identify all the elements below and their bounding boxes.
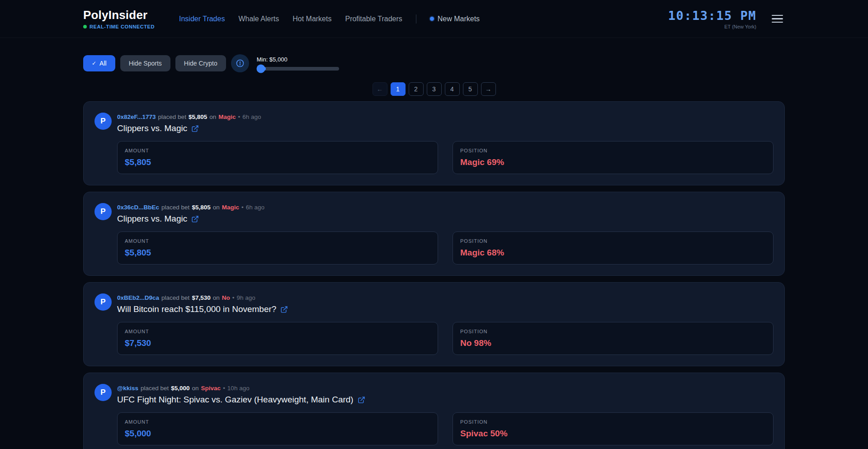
amount-value: $7,530: [125, 338, 430, 348]
avatar: P: [94, 293, 112, 311]
amount-label: AMOUNT: [125, 238, 430, 244]
on-text: on: [213, 204, 220, 211]
app-header: PolyInsider REAL-TIME CONNECTED Insider …: [0, 0, 868, 38]
info-button[interactable]: [231, 54, 249, 72]
trader-link[interactable]: 0x36cD...BbEc: [117, 204, 159, 211]
position-label: POSITION: [460, 148, 766, 153]
trade-card: P 0xBEb2...D9ca placed bet $7,530 on No …: [83, 282, 785, 366]
position-box: POSITION Spivac 50%: [453, 412, 774, 445]
trade-meta: @kkiss placed bet $5,000 on Spivac • 10h…: [117, 384, 365, 392]
outcome-text: Spivac: [201, 385, 221, 392]
action-text: placed bet: [158, 113, 186, 120]
amount-box: AMOUNT $5,000: [117, 412, 438, 445]
avatar: P: [94, 203, 112, 220]
main-content: ✓ All Hide Sports Hide Crypto Min: $5,00…: [83, 54, 785, 449]
trade-list: P 0x82eF...1773 placed bet $5,805 on Mag…: [83, 101, 785, 449]
main-nav: Insider Trades Whale Alerts Hot Markets …: [179, 14, 480, 24]
trade-meta: 0x36cD...BbEc placed bet $5,805 on Magic…: [117, 203, 264, 211]
trader-link[interactable]: 0xBEb2...D9ca: [117, 294, 159, 301]
meta-separator: •: [238, 113, 240, 120]
amount-box: AMOUNT $7,530: [117, 322, 438, 355]
outcome-text: Magic: [218, 113, 236, 120]
nav-hot-markets[interactable]: Hot Markets: [292, 15, 331, 23]
filter-hide-sports-button[interactable]: Hide Sports: [120, 55, 170, 71]
external-link-icon[interactable]: [191, 125, 199, 132]
amount-box: AMOUNT $5,805: [117, 232, 438, 265]
status-dot-icon: [83, 25, 87, 28]
trade-meta: 0x82eF...1773 placed bet $5,805 on Magic…: [117, 113, 261, 120]
min-amount-label: Min: $5,000: [257, 56, 339, 63]
trade-time: 6h ago: [246, 204, 264, 211]
info-icon: [236, 59, 245, 68]
position-value: No 98%: [460, 338, 766, 348]
amount-value: $5,805: [125, 248, 430, 258]
external-link-icon[interactable]: [280, 306, 288, 313]
amount-box: AMOUNT $5,805: [117, 141, 438, 174]
trade-time: 10h ago: [227, 385, 250, 392]
trade-time: 6h ago: [242, 113, 261, 120]
amount-value: $5,805: [125, 157, 430, 167]
external-link-icon[interactable]: [358, 396, 365, 404]
position-box: POSITION Magic 69%: [453, 141, 774, 174]
amount-value: $5,000: [125, 429, 430, 439]
on-text: on: [192, 385, 199, 392]
position-value: Magic 68%: [460, 248, 766, 258]
action-text: placed bet: [161, 204, 189, 211]
min-amount-slider[interactable]: [257, 67, 339, 71]
bet-amount: $5,805: [189, 113, 207, 120]
status-label: REAL-TIME CONNECTED: [90, 24, 155, 29]
position-label: POSITION: [460, 329, 766, 334]
bet-amount: $5,805: [192, 204, 210, 211]
amount-label: AMOUNT: [125, 148, 430, 153]
nav-divider: [416, 14, 416, 24]
meta-separator: •: [223, 385, 225, 392]
market-title: UFC Fight Night: Spivac vs. Gaziev (Heav…: [117, 395, 354, 405]
min-amount-filter: Min: $5,000: [257, 56, 339, 71]
trade-time: 9h ago: [236, 294, 255, 301]
trader-link[interactable]: 0x82eF...1773: [117, 113, 156, 120]
connection-status: REAL-TIME CONNECTED: [83, 24, 155, 29]
market-title: Clippers vs. Magic: [117, 214, 187, 224]
slider-thumb[interactable]: [256, 65, 265, 73]
bet-amount: $5,000: [171, 385, 189, 392]
outcome-text: Magic: [222, 204, 239, 211]
nav-profitable-traders[interactable]: Profitable Traders: [345, 15, 402, 23]
filter-hide-crypto-button[interactable]: Hide Crypto: [175, 55, 226, 71]
nav-new-markets[interactable]: New Markets: [430, 15, 480, 23]
page-button-1[interactable]: 1: [391, 82, 406, 96]
external-link-icon[interactable]: [191, 215, 199, 223]
amount-label: AMOUNT: [125, 329, 430, 334]
nav-insider-trades[interactable]: Insider Trades: [179, 15, 225, 23]
position-box: POSITION No 98%: [453, 322, 774, 355]
meta-separator: •: [232, 294, 235, 301]
next-page-button[interactable]: →: [481, 82, 496, 96]
trade-card: P 0x82eF...1773 placed bet $5,805 on Mag…: [83, 101, 785, 185]
position-value: Magic 69%: [460, 157, 766, 167]
amount-label: AMOUNT: [125, 419, 430, 425]
bet-amount: $7,530: [192, 294, 210, 301]
trade-card: P @kkiss placed bet $5,000 on Spivac • 1…: [83, 373, 785, 449]
check-icon: ✓: [92, 60, 96, 66]
prev-page-button[interactable]: ←: [373, 82, 387, 96]
position-box: POSITION Magic 68%: [453, 232, 774, 265]
menu-icon[interactable]: [770, 13, 785, 25]
trader-link[interactable]: @kkiss: [117, 385, 138, 392]
page-button-4[interactable]: 4: [445, 82, 460, 96]
filter-bar: ✓ All Hide Sports Hide Crypto Min: $5,00…: [83, 54, 785, 72]
nav-whale-alerts[interactable]: Whale Alerts: [238, 15, 279, 23]
filter-all-button[interactable]: ✓ All: [83, 55, 115, 71]
new-markets-dot-icon: [430, 17, 434, 21]
avatar: P: [94, 113, 112, 130]
logo[interactable]: PolyInsider REAL-TIME CONNECTED: [83, 8, 155, 29]
position-label: POSITION: [460, 419, 766, 425]
page-button-5[interactable]: 5: [463, 82, 478, 96]
page-button-2[interactable]: 2: [409, 82, 424, 96]
page-button-3[interactable]: 3: [427, 82, 442, 96]
meta-separator: •: [241, 204, 244, 211]
clock-time: 10:13:15 PM: [668, 9, 756, 23]
pagination: ← 1 2 3 4 5 →: [83, 82, 785, 96]
market-title: Will Bitcoin reach $115,000 in November?: [117, 304, 276, 314]
logo-text: PolyInsider: [83, 8, 155, 22]
trade-meta: 0xBEb2...D9ca placed bet $7,530 on No • …: [117, 293, 288, 301]
on-text: on: [209, 113, 216, 120]
